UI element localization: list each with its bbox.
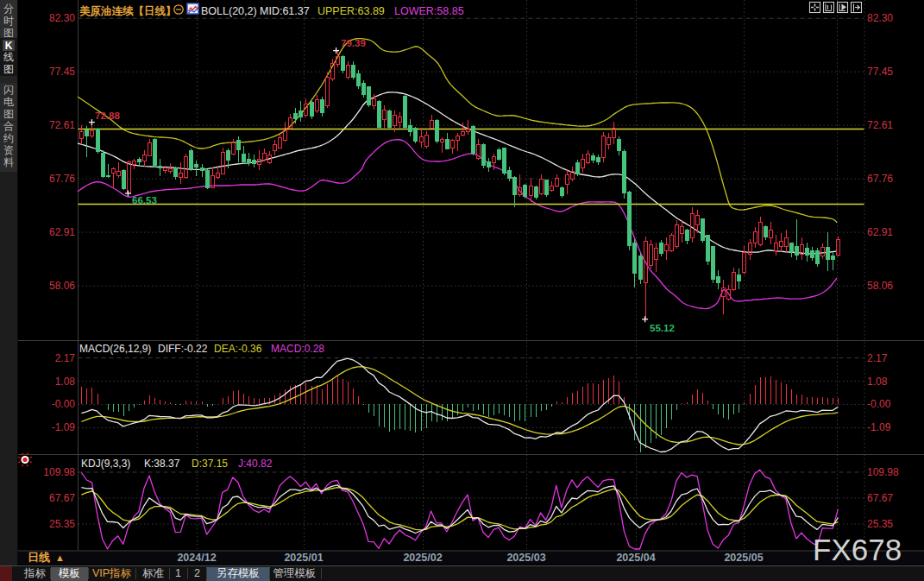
svg-text:闪: 闪 bbox=[3, 84, 14, 96]
svg-text:BOLL(20,2): BOLL(20,2) bbox=[201, 5, 257, 17]
svg-text:图: 图 bbox=[3, 27, 14, 39]
svg-text:-0.00: -0.00 bbox=[867, 398, 891, 410]
svg-text:图: 图 bbox=[3, 63, 14, 75]
svg-text:109.98: 109.98 bbox=[43, 466, 75, 478]
svg-text:模板: 模板 bbox=[58, 567, 80, 579]
svg-text:MACD:0.28: MACD:0.28 bbox=[271, 343, 324, 355]
svg-text:79.39: 79.39 bbox=[341, 38, 366, 48]
svg-text:66.53: 66.53 bbox=[132, 195, 157, 205]
svg-text:1: 1 bbox=[175, 567, 181, 579]
svg-text:67.76: 67.76 bbox=[867, 173, 893, 185]
svg-text:K:38.37: K:38.37 bbox=[144, 458, 180, 470]
svg-text:DIFF:-0.22: DIFF:-0.22 bbox=[158, 343, 208, 355]
svg-text:管理模板: 管理模板 bbox=[273, 567, 317, 579]
svg-text:LOWER:58.85: LOWER:58.85 bbox=[394, 5, 464, 17]
svg-text:FX678: FX678 bbox=[813, 533, 902, 566]
svg-text:UPPER:63.89: UPPER:63.89 bbox=[317, 5, 385, 17]
svg-text:D:37.15: D:37.15 bbox=[192, 458, 228, 470]
svg-text:25.35: 25.35 bbox=[49, 518, 75, 530]
svg-text:MACD(26,12,9): MACD(26,12,9) bbox=[79, 343, 151, 355]
svg-text:62.91: 62.91 bbox=[867, 226, 893, 238]
svg-text:DEA:-0.36: DEA:-0.36 bbox=[214, 343, 262, 355]
svg-text:图: 图 bbox=[3, 108, 14, 120]
svg-text:K: K bbox=[5, 40, 13, 52]
svg-text:约: 约 bbox=[3, 132, 14, 144]
svg-text:另存模板: 另存模板 bbox=[217, 567, 260, 579]
svg-text:67.67: 67.67 bbox=[867, 492, 893, 504]
svg-text:67.76: 67.76 bbox=[49, 173, 75, 185]
svg-text:合: 合 bbox=[3, 120, 14, 132]
svg-text:2025/03: 2025/03 bbox=[506, 552, 545, 564]
svg-text:109.98: 109.98 bbox=[867, 466, 899, 478]
svg-text:2025/04: 2025/04 bbox=[616, 552, 655, 564]
svg-text:55.12: 55.12 bbox=[650, 323, 675, 333]
svg-text:72.61: 72.61 bbox=[49, 119, 75, 131]
svg-text:2.17: 2.17 bbox=[55, 352, 76, 364]
svg-text:分: 分 bbox=[3, 3, 14, 15]
svg-text:电: 电 bbox=[3, 96, 14, 108]
svg-text:82.30: 82.30 bbox=[867, 12, 893, 24]
svg-text:标准: 标准 bbox=[142, 567, 164, 579]
svg-text:2025/01: 2025/01 bbox=[284, 552, 323, 564]
svg-text:美原油连续【日线】: 美原油连续【日线】 bbox=[79, 4, 177, 17]
svg-text:2024/12: 2024/12 bbox=[177, 552, 216, 564]
svg-text:时: 时 bbox=[3, 15, 14, 27]
svg-text:J:40.82: J:40.82 bbox=[238, 458, 273, 470]
svg-text:2: 2 bbox=[194, 567, 200, 579]
svg-text:77.45: 77.45 bbox=[49, 66, 75, 78]
svg-text:MID:61.37: MID:61.37 bbox=[260, 5, 310, 17]
svg-text:2.17: 2.17 bbox=[867, 352, 888, 364]
svg-text:58.06: 58.06 bbox=[867, 280, 893, 292]
svg-text:-1.09: -1.09 bbox=[52, 421, 76, 433]
svg-text:料: 料 bbox=[3, 156, 14, 168]
svg-text:线: 线 bbox=[3, 51, 14, 63]
svg-text:72.88: 72.88 bbox=[95, 111, 120, 121]
svg-text:▲: ▲ bbox=[55, 553, 65, 563]
svg-text:82.30: 82.30 bbox=[49, 12, 75, 24]
svg-text:资: 资 bbox=[3, 144, 14, 156]
svg-text:1.08: 1.08 bbox=[55, 376, 76, 388]
svg-text:62.91: 62.91 bbox=[49, 226, 75, 238]
svg-text:2025/05: 2025/05 bbox=[724, 552, 763, 564]
svg-text:KDJ(9,3,3): KDJ(9,3,3) bbox=[81, 458, 130, 470]
svg-text:指标: 指标 bbox=[23, 567, 47, 579]
svg-text:-0.00: -0.00 bbox=[52, 398, 76, 410]
svg-text:58.06: 58.06 bbox=[49, 280, 75, 292]
svg-text:1.08: 1.08 bbox=[867, 376, 888, 388]
svg-text:67.67: 67.67 bbox=[49, 492, 75, 504]
svg-text:-1.09: -1.09 bbox=[867, 421, 891, 433]
svg-text:2025/02: 2025/02 bbox=[403, 552, 442, 564]
svg-text:25.35: 25.35 bbox=[867, 518, 893, 530]
svg-text:77.45: 77.45 bbox=[867, 66, 893, 78]
svg-text:日线: 日线 bbox=[28, 551, 50, 564]
svg-text:72.61: 72.61 bbox=[867, 119, 893, 131]
svg-text:VIP指标: VIP指标 bbox=[92, 567, 132, 579]
